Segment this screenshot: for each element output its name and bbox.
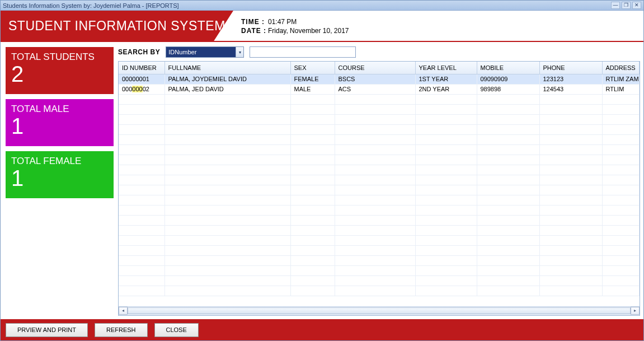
table-cell[interactable]: [602, 114, 640, 124]
table-cell[interactable]: [119, 286, 164, 296]
table-cell[interactable]: [602, 275, 640, 286]
table-cell[interactable]: FEMALE: [290, 74, 335, 84]
table-cell[interactable]: [164, 195, 290, 205]
table-row[interactable]: [119, 215, 640, 225]
table-cell[interactable]: [539, 114, 602, 124]
table-cell[interactable]: [335, 275, 415, 286]
table-cell[interactable]: [415, 265, 477, 275]
table-cell[interactable]: [539, 286, 602, 296]
table-row[interactable]: [119, 195, 640, 205]
table-cell[interactable]: [119, 245, 164, 255]
table-cell[interactable]: [164, 114, 290, 124]
table-cell[interactable]: RTLIM ZAM: [602, 74, 640, 84]
table-cell[interactable]: [539, 225, 602, 235]
table-cell[interactable]: [539, 255, 602, 265]
table-cell[interactable]: [602, 195, 640, 205]
table-cell[interactable]: [477, 94, 539, 104]
table-cell[interactable]: [335, 286, 415, 296]
table-cell[interactable]: [335, 195, 415, 205]
table-row[interactable]: 00000001PALMA, JOYDEMIEL DAVIDFEMALEBSCS…: [119, 74, 640, 84]
close-button[interactable]: CLOSE: [154, 323, 199, 337]
table-cell[interactable]: [539, 195, 602, 205]
table-cell[interactable]: [164, 245, 290, 255]
table-cell[interactable]: 09090909: [477, 74, 539, 84]
table-cell[interactable]: [119, 185, 164, 195]
table-cell[interactable]: [602, 245, 640, 255]
table-cell[interactable]: [335, 215, 415, 225]
table-cell[interactable]: RTLIM: [602, 84, 640, 94]
table-cell[interactable]: [539, 94, 602, 104]
table-row[interactable]: [119, 175, 640, 185]
table-cell[interactable]: [290, 144, 335, 155]
table-cell[interactable]: [477, 255, 539, 265]
table-cell[interactable]: [415, 144, 477, 155]
table-cell[interactable]: [335, 94, 415, 104]
table-row[interactable]: [119, 94, 640, 104]
table-row[interactable]: [119, 114, 640, 124]
data-grid[interactable]: ID NUMBER FULLNAME SEX COURSE YEAR LEVEL…: [118, 61, 640, 316]
table-row[interactable]: [119, 235, 640, 245]
table-cell[interactable]: [415, 124, 477, 134]
table-cell[interactable]: [119, 144, 164, 155]
search-field-select[interactable]: IDNumber: [166, 47, 236, 57]
table-cell[interactable]: [335, 124, 415, 134]
table-cell[interactable]: [335, 104, 415, 114]
table-row[interactable]: [119, 265, 640, 275]
table-cell[interactable]: [415, 255, 477, 265]
table-cell[interactable]: [335, 205, 415, 215]
table-cell[interactable]: [602, 265, 640, 275]
table-row[interactable]: [119, 144, 640, 155]
table-cell[interactable]: [477, 245, 539, 255]
table-cell[interactable]: [539, 155, 602, 165]
restore-icon[interactable]: ❐: [622, 2, 631, 9]
table-row[interactable]: [119, 155, 640, 165]
table-row[interactable]: [119, 185, 640, 195]
table-cell[interactable]: [415, 286, 477, 296]
table-cell[interactable]: [119, 175, 164, 185]
table-cell[interactable]: [290, 104, 335, 114]
close-window-icon[interactable]: ✕: [632, 2, 641, 9]
table-cell[interactable]: [415, 225, 477, 235]
table-cell[interactable]: [415, 245, 477, 255]
table-cell[interactable]: [119, 134, 164, 144]
col-course[interactable]: COURSE: [335, 62, 415, 74]
col-year-level[interactable]: YEAR LEVEL: [415, 62, 477, 74]
table-cell[interactable]: [164, 255, 290, 265]
table-cell[interactable]: [477, 265, 539, 275]
table-cell[interactable]: [602, 205, 640, 215]
table-cell[interactable]: [335, 165, 415, 175]
table-cell[interactable]: [602, 124, 640, 134]
table-cell[interactable]: [602, 134, 640, 144]
table-cell[interactable]: [415, 205, 477, 215]
table-cell[interactable]: PALMA, JOYDEMIEL DAVID: [164, 74, 290, 84]
table-cell[interactable]: [119, 205, 164, 215]
table-cell[interactable]: [290, 205, 335, 215]
search-input[interactable]: [250, 46, 356, 58]
table-cell[interactable]: [477, 185, 539, 195]
table-cell[interactable]: [602, 215, 640, 225]
table-cell[interactable]: [415, 94, 477, 104]
table-cell[interactable]: [164, 175, 290, 185]
table-cell[interactable]: [477, 155, 539, 165]
table-cell[interactable]: [164, 215, 290, 225]
table-cell[interactable]: [164, 94, 290, 104]
table-cell[interactable]: [477, 215, 539, 225]
table-cell[interactable]: [539, 165, 602, 175]
col-sex[interactable]: SEX: [290, 62, 335, 74]
table-cell[interactable]: [290, 94, 335, 104]
col-mobile[interactable]: MOBILE: [477, 62, 539, 74]
table-row[interactable]: [119, 124, 640, 134]
table-cell[interactable]: [539, 275, 602, 286]
table-cell[interactable]: [539, 215, 602, 225]
table-cell[interactable]: [415, 104, 477, 114]
table-cell[interactable]: [164, 275, 290, 286]
table-cell[interactable]: [602, 286, 640, 296]
table-cell[interactable]: [602, 155, 640, 165]
table-cell[interactable]: [335, 235, 415, 245]
table-cell[interactable]: [119, 235, 164, 245]
table-row[interactable]: [119, 165, 640, 175]
table-cell[interactable]: [290, 225, 335, 235]
refresh-button[interactable]: REFRESH: [95, 323, 148, 337]
table-cell[interactable]: [539, 235, 602, 245]
table-cell[interactable]: [477, 165, 539, 175]
